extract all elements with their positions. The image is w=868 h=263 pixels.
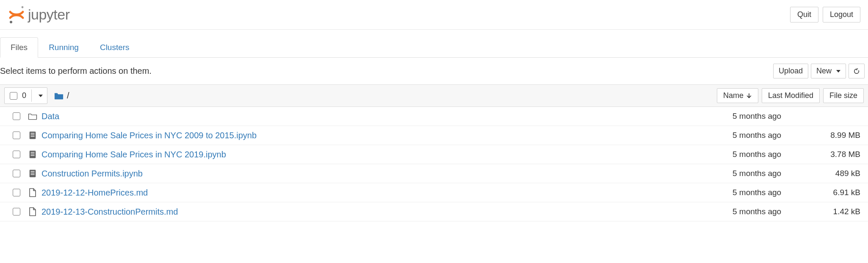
item-link[interactable]: Data <box>41 112 59 121</box>
row-checkbox[interactable] <box>13 170 20 177</box>
select-all-checkbox[interactable] <box>10 92 17 100</box>
sort-modified-button[interactable]: Last Modified <box>762 88 820 103</box>
svg-point-1 <box>10 21 12 23</box>
item-modified: 5 months ago <box>733 131 813 140</box>
row-checkbox[interactable] <box>13 189 20 196</box>
file-list: Data5 months agoComparing Home Sale Pric… <box>0 107 868 221</box>
item-modified: 5 months ago <box>733 188 813 197</box>
svg-rect-10 <box>30 170 36 177</box>
row-checkbox[interactable] <box>13 112 20 120</box>
logo[interactable]: jupyter <box>4 5 70 25</box>
item-link[interactable]: Comparing Home Sale Prices in NYC 2009 t… <box>41 131 257 140</box>
row-checkbox[interactable] <box>13 208 20 215</box>
refresh-button[interactable] <box>849 64 865 78</box>
svg-rect-5 <box>30 136 34 137</box>
item-size: 6.91 kB <box>813 188 864 197</box>
selected-count: 0 <box>22 91 28 100</box>
item-link[interactable]: 2019-12-12-HomePrices.md <box>41 188 148 197</box>
logout-button[interactable]: Logout <box>823 7 860 22</box>
svg-rect-7 <box>30 152 34 153</box>
item-modified: 5 months ago <box>733 112 813 121</box>
new-button[interactable]: New <box>811 64 846 78</box>
svg-rect-4 <box>30 134 34 135</box>
tab-clusters[interactable]: Clusters <box>89 37 140 58</box>
file-icon <box>29 207 36 216</box>
item-size: 8.99 MB <box>813 131 864 140</box>
list-item: Comparing Home Sale Prices in NYC 2009 t… <box>0 126 868 145</box>
list-item: Construction Permits.ipynb5 months ago48… <box>0 164 868 183</box>
row-icon <box>25 112 40 120</box>
tab-running[interactable]: Running <box>38 37 89 58</box>
svg-rect-11 <box>30 171 34 172</box>
caret-down-icon <box>39 95 43 97</box>
folder-icon[interactable] <box>54 92 64 100</box>
item-link[interactable]: 2019-12-13-ConstructionPermits.md <box>41 207 178 216</box>
logo-text: jupyter <box>28 6 70 23</box>
item-size: 3.78 MB <box>813 150 864 159</box>
svg-rect-6 <box>30 151 36 158</box>
row-icon <box>25 131 40 140</box>
arrow-down-icon <box>746 93 752 99</box>
svg-rect-2 <box>30 132 36 139</box>
upload-button[interactable]: Upload <box>773 64 808 78</box>
item-size: 489 kB <box>813 169 864 178</box>
item-size: 1.42 kB <box>813 207 864 216</box>
refresh-icon <box>853 68 860 75</box>
row-icon <box>25 188 40 197</box>
toolbar: Select items to perform actions on them.… <box>0 58 868 84</box>
breadcrumb-root[interactable]: / <box>67 91 69 101</box>
list-item: Data5 months ago <box>0 107 868 126</box>
quit-button[interactable]: Quit <box>790 7 818 22</box>
item-link[interactable]: Construction Permits.ipynb <box>41 169 143 178</box>
item-modified: 5 months ago <box>733 169 813 178</box>
hint-text: Select items to perform actions on them. <box>0 66 152 76</box>
svg-rect-8 <box>30 154 34 154</box>
notebook-icon <box>28 169 37 178</box>
row-checkbox[interactable] <box>13 132 20 139</box>
list-item: 2019-12-12-HomePrices.md5 months ago6.91… <box>0 183 868 202</box>
svg-rect-12 <box>30 173 34 173</box>
row-icon <box>25 150 40 159</box>
svg-point-0 <box>22 6 24 8</box>
tab-files[interactable]: Files <box>0 37 38 58</box>
item-link[interactable]: Comparing Home Sale Prices in NYC 2019.i… <box>41 150 226 159</box>
size-col-label: File size <box>829 91 857 100</box>
row-icon <box>25 207 40 216</box>
new-label: New <box>816 67 832 75</box>
file-icon <box>29 188 36 197</box>
select-dropdown[interactable] <box>31 90 47 102</box>
item-modified: 5 months ago <box>733 207 813 216</box>
toolbar-right: Upload New <box>773 64 865 78</box>
list-item: 2019-12-13-ConstructionPermits.md5 month… <box>0 202 868 221</box>
svg-rect-9 <box>30 155 34 156</box>
list-header: 0 / Name Last Modified File size <box>0 84 868 107</box>
row-icon <box>25 169 40 178</box>
modified-col-label: Last Modified <box>768 91 813 100</box>
notebook-icon <box>28 131 37 140</box>
svg-rect-13 <box>30 174 34 175</box>
notebook-icon <box>28 150 37 159</box>
list-item: Comparing Home Sale Prices in NYC 2019.i… <box>0 145 868 164</box>
select-all-group: 0 <box>4 87 47 104</box>
tabs-bar: FilesRunningClusters <box>0 37 868 58</box>
item-modified: 5 months ago <box>733 150 813 159</box>
sort-name-button[interactable]: Name <box>717 88 758 103</box>
caret-down-icon <box>836 70 840 73</box>
name-col-label: Name <box>723 91 744 100</box>
row-checkbox[interactable] <box>13 151 20 158</box>
header: jupyter Quit Logout <box>0 0 868 30</box>
breadcrumb: / <box>54 91 69 101</box>
header-buttons: Quit Logout <box>790 7 860 22</box>
svg-rect-3 <box>30 133 34 134</box>
sort-size-button[interactable]: File size <box>823 88 864 103</box>
folder-icon <box>28 112 37 120</box>
jupyter-logo-icon <box>7 5 26 25</box>
